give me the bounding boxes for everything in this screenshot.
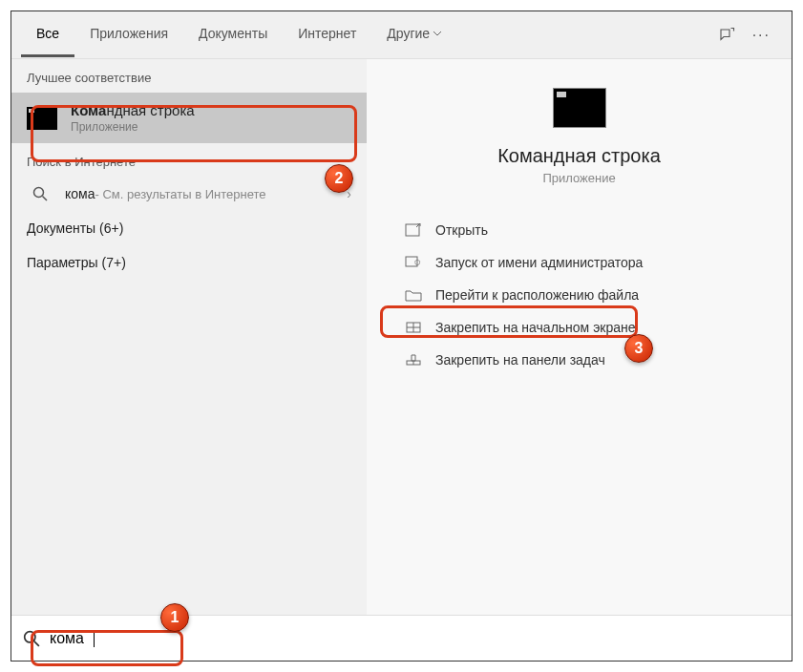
actions-list: Открыть Запуск от имени администратора П… — [386, 214, 772, 376]
search-bar: кома — [11, 615, 792, 661]
tab-all[interactable]: Все — [21, 12, 74, 57]
tab-documents[interactable]: Документы — [183, 12, 283, 57]
search-window: Все Приложения Документы Интернет Другие… — [11, 10, 792, 662]
admin-icon — [405, 256, 422, 269]
top-bar: Все Приложения Документы Интернет Другие… — [11, 11, 792, 59]
action-admin-label: Запуск от имени администратора — [435, 255, 643, 270]
category-parameters[interactable]: Параметры (7+) — [11, 245, 367, 280]
result-title-rest: ндная строка — [106, 102, 194, 118]
feedback-icon[interactable] — [718, 27, 735, 44]
preview-cmd-icon — [553, 88, 606, 128]
action-pin-start-label: Закрепить на начальном экране — [435, 320, 636, 335]
search-icon — [23, 630, 40, 647]
section-best-match: Лучшее соответствие — [11, 59, 367, 93]
action-open[interactable]: Открыть — [393, 214, 772, 246]
main-content: Лучшее соответствие Командная строка При… — [11, 59, 792, 615]
top-actions: ··· — [718, 27, 782, 44]
text-cursor — [94, 630, 95, 647]
results-panel: Лучшее соответствие Командная строка При… — [11, 59, 367, 615]
action-pin-taskbar[interactable]: Закрепить на панели задач — [393, 344, 772, 376]
pin-taskbar-icon — [405, 353, 422, 367]
folder-icon — [405, 288, 422, 302]
section-web-search: Поиск в Интернете — [11, 143, 367, 177]
more-icon[interactable]: ··· — [752, 27, 771, 44]
preview-subtitle: Приложение — [386, 171, 772, 185]
search-input[interactable]: кома — [50, 630, 84, 647]
search-icon — [32, 186, 48, 201]
search-input-wrap: кома — [23, 630, 95, 647]
preview-panel: Командная строка Приложение Открыть Запу… — [367, 59, 792, 615]
tab-other[interactable]: Другие — [371, 12, 456, 57]
open-icon — [405, 223, 422, 237]
result-title: Командная строка — [71, 102, 351, 118]
web-query: кома — [65, 186, 95, 201]
action-pin-start[interactable]: Закрепить на начальном экране — [393, 311, 772, 344]
result-title-bold: Кома — [71, 102, 106, 118]
svg-line-9 — [34, 640, 39, 645]
svg-point-8 — [25, 631, 35, 641]
svg-rect-3 — [406, 257, 417, 266]
tab-other-label: Другие — [387, 26, 430, 41]
tab-apps[interactable]: Приложения — [74, 12, 183, 57]
annotation-badge-3: 3 — [624, 334, 653, 363]
tabs: Все Приложения Документы Интернет Другие — [21, 12, 718, 57]
action-location-label: Перейти к расположению файла — [435, 287, 639, 303]
web-result[interactable]: кома - См. результаты в Интернете › — [11, 177, 367, 211]
svg-point-0 — [34, 188, 44, 198]
annotation-badge-2: 2 — [325, 164, 353, 193]
result-text: Командная строка Приложение — [71, 102, 351, 134]
category-documents[interactable]: Документы (6+) — [11, 211, 367, 245]
action-pin-taskbar-label: Закрепить на панели задач — [435, 352, 605, 368]
tab-internet[interactable]: Интернет — [283, 12, 371, 57]
action-run-admin[interactable]: Запуск от имени администратора — [393, 246, 772, 279]
pin-start-icon — [405, 321, 422, 334]
action-open-label: Открыть — [435, 222, 488, 238]
cmd-icon — [27, 107, 57, 130]
chevron-down-icon — [433, 32, 441, 36]
action-file-location[interactable]: Перейти к расположению файла — [393, 279, 772, 311]
annotation-badge-1: 1 — [160, 603, 189, 632]
preview: Командная строка Приложение Открыть Запу… — [386, 78, 772, 376]
svg-line-1 — [43, 197, 48, 201]
web-query-sub: - См. результаты в Интернете — [95, 187, 265, 201]
result-command-prompt[interactable]: Командная строка Приложение — [11, 93, 367, 143]
preview-title: Командная строка — [386, 145, 772, 167]
result-subtitle: Приложение — [71, 120, 351, 134]
